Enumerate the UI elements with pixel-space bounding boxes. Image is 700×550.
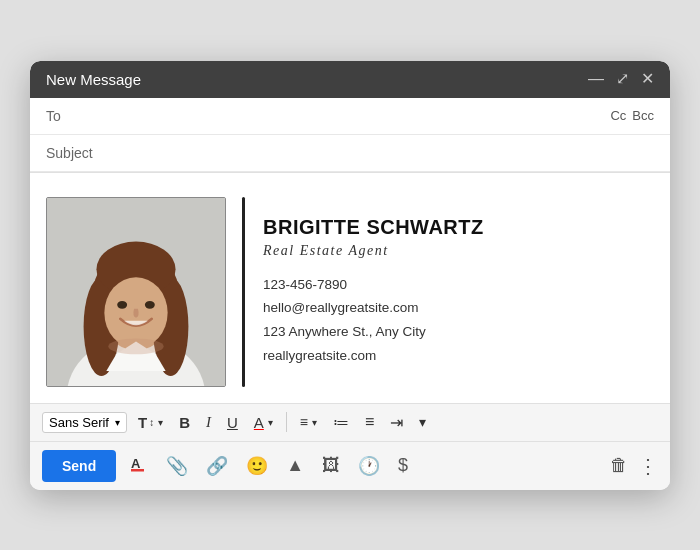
indent-button[interactable]: ⇥ [385, 410, 408, 435]
font-color-icon: A [254, 414, 264, 431]
body-area[interactable]: BRIGITTE SCHWARTZ Real Estate Agent 123-… [30, 173, 670, 403]
text-color-button[interactable]: A [126, 452, 152, 479]
compose-fields: To Cc Bcc Subject [30, 98, 670, 173]
sig-title: Real Estate Agent [263, 243, 484, 259]
align-chevron: ▾ [312, 417, 317, 428]
svg-point-11 [108, 338, 163, 354]
align-icon: ≡ [300, 414, 308, 430]
close-button[interactable]: ✕ [641, 71, 654, 87]
bold-button[interactable]: B [174, 411, 195, 434]
schedule-send-button[interactable]: 🕐 [354, 453, 384, 479]
action-toolbar: Send A 📎 🔗 🙂 ▲ 🖼 🕐 $ 🗑 ⋮ [30, 441, 670, 490]
sig-website: reallygreatsite.com [263, 348, 376, 363]
font-size-arrow: ↕ [149, 417, 154, 428]
title-bar: New Message — ⤢ ✕ [30, 61, 670, 98]
signature-block: BRIGITTE SCHWARTZ Real Estate Agent 123-… [46, 197, 654, 387]
italic-button[interactable]: I [201, 411, 216, 434]
subject-row: Subject [30, 135, 670, 172]
delete-draft-button[interactable]: 🗑 [610, 455, 628, 476]
signature-photo-wrapper [46, 197, 226, 387]
bcc-link[interactable]: Bcc [632, 108, 654, 123]
sig-name: BRIGITTE SCHWARTZ [263, 216, 484, 239]
more-format-button[interactable]: ▾ [414, 411, 431, 433]
font-size-icon: T [138, 414, 147, 431]
insert-signature-button[interactable]: $ [394, 453, 412, 478]
to-row: To Cc Bcc [30, 98, 670, 135]
formatting-toolbar: Sans Serif ▾ T↕ ▾ B I U A ▾ ≡ ▾ ≔ ≡ ⇥ ▾ [30, 403, 670, 441]
compose-window: New Message — ⤢ ✕ To Cc Bcc Subject [30, 61, 670, 490]
svg-point-10 [145, 300, 155, 308]
insert-photo-button[interactable]: 🖼 [318, 453, 344, 478]
attach-file-button[interactable]: 📎 [162, 453, 192, 479]
svg-rect-13 [131, 469, 144, 472]
signature-info: BRIGITTE SCHWARTZ Real Estate Agent 123-… [263, 197, 484, 387]
send-button[interactable]: Send [42, 450, 116, 482]
emoji-button[interactable]: 🙂 [242, 453, 272, 479]
bullet-list-icon: ≡ [365, 413, 374, 431]
bullet-list-button[interactable]: ≡ [360, 410, 379, 434]
window-title: New Message [46, 71, 141, 88]
cc-link[interactable]: Cc [610, 108, 626, 123]
font-size-chevron: ▾ [158, 417, 163, 428]
minimize-button[interactable]: — [588, 71, 604, 87]
font-size-button[interactable]: T↕ ▾ [133, 411, 168, 434]
align-button[interactable]: ≡ ▾ [295, 411, 322, 433]
indent-icon: ⇥ [390, 413, 403, 432]
font-family-label: Sans Serif [49, 415, 109, 430]
font-family-chevron: ▾ [115, 417, 120, 428]
toolbar-divider-1 [286, 412, 287, 432]
svg-point-9 [117, 300, 127, 308]
insert-link-button[interactable]: 🔗 [202, 453, 232, 479]
window-controls: — ⤢ ✕ [588, 71, 654, 87]
more-format-chevron: ▾ [419, 414, 426, 430]
sig-phone: 123-456-7890 [263, 277, 347, 292]
svg-text:A: A [131, 456, 141, 471]
drive-button[interactable]: ▲ [282, 453, 308, 478]
sig-email: hello@reallygreatsite.com [263, 300, 419, 315]
to-input[interactable] [106, 108, 610, 124]
subject-input[interactable] [106, 145, 654, 161]
sig-details: 123-456-7890 hello@reallygreatsite.com 1… [263, 273, 484, 368]
numbered-list-icon: ≔ [333, 413, 349, 432]
maximize-button[interactable]: ⤢ [616, 71, 629, 87]
cc-bcc-links: Cc Bcc [610, 108, 654, 123]
font-family-select[interactable]: Sans Serif ▾ [42, 412, 127, 433]
underline-button[interactable]: U [222, 411, 243, 434]
signature-divider [242, 197, 245, 387]
sig-address: 123 Anywhere St., Any City [263, 324, 426, 339]
more-options-button[interactable]: ⋮ [638, 454, 658, 478]
signature-photo-border [46, 197, 226, 387]
numbered-list-button[interactable]: ≔ [328, 410, 354, 435]
subject-label: Subject [46, 145, 106, 161]
to-label: To [46, 108, 106, 124]
font-color-chevron: ▾ [268, 417, 273, 428]
font-color-button[interactable]: A ▾ [249, 411, 278, 434]
signature-photo [47, 198, 225, 386]
